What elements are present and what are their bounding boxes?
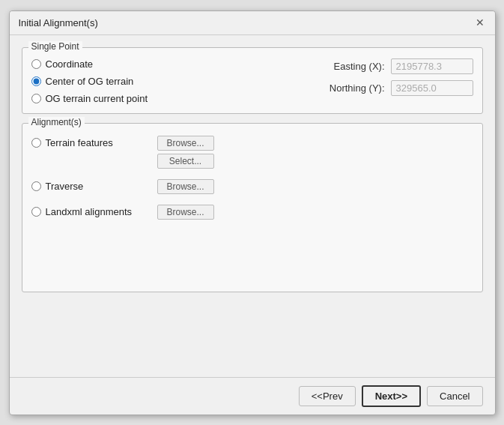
dialog-title: Initial Alignment(s) bbox=[19, 17, 98, 28]
og-current-label: OG terrain current point bbox=[46, 93, 148, 104]
center-og-radio[interactable] bbox=[31, 76, 41, 86]
easting-value: 2195778.3 bbox=[391, 58, 473, 74]
close-button[interactable]: ✕ bbox=[474, 17, 486, 28]
terrain-radio[interactable] bbox=[31, 138, 41, 148]
center-og-label: Center of OG terrain bbox=[46, 76, 134, 87]
coordinate-option[interactable]: Coordinate bbox=[31, 58, 148, 70]
landxml-option[interactable]: Landxml alignments bbox=[31, 206, 151, 217]
terrain-buttons: Browse... Select... bbox=[157, 136, 214, 169]
coordinate-label: Coordinate bbox=[46, 58, 94, 70]
easting-label: Easting (X): bbox=[310, 61, 385, 72]
alignments-content: Terrain features Browse... Select... Tra… bbox=[31, 136, 473, 220]
dialog-body: Single Point Coordinate Center of OG ter… bbox=[10, 35, 495, 377]
northing-label: Northing (Y): bbox=[310, 82, 385, 94]
single-point-label: Single Point bbox=[28, 41, 82, 52]
terrain-row: Terrain features Browse... Select... bbox=[31, 136, 473, 169]
cancel-button[interactable]: Cancel bbox=[427, 386, 482, 406]
dialog-footer: <<Prev Next>> Cancel bbox=[10, 377, 495, 415]
coords-area: Easting (X): 2195778.3 Northing (Y): 329… bbox=[310, 58, 473, 104]
terrain-select-button[interactable]: Select... bbox=[157, 154, 214, 169]
single-point-content: Coordinate Center of OG terrain OG terra… bbox=[31, 54, 473, 104]
title-bar: Initial Alignment(s) ✕ bbox=[10, 11, 495, 35]
easting-row: Easting (X): 2195778.3 bbox=[310, 58, 473, 74]
traverse-row: Traverse Browse... bbox=[31, 179, 473, 194]
traverse-buttons: Browse... bbox=[157, 179, 214, 194]
landxml-label: Landxml alignments bbox=[46, 206, 133, 217]
alignments-group: Alignment(s) Terrain features Browse... … bbox=[22, 123, 483, 293]
prev-button[interactable]: <<Prev bbox=[299, 386, 356, 406]
landxml-radio[interactable] bbox=[31, 207, 41, 217]
single-point-group: Single Point Coordinate Center of OG ter… bbox=[22, 47, 483, 114]
northing-value: 329565.0 bbox=[391, 80, 473, 96]
landxml-row: Landxml alignments Browse... bbox=[31, 205, 473, 220]
traverse-label: Traverse bbox=[46, 181, 84, 192]
terrain-option[interactable]: Terrain features bbox=[31, 137, 151, 148]
next-button[interactable]: Next>> bbox=[362, 385, 421, 407]
og-current-option[interactable]: OG terrain current point bbox=[31, 93, 148, 104]
landxml-buttons: Browse... bbox=[157, 205, 214, 220]
single-point-radio-group: Coordinate Center of OG terrain OG terra… bbox=[31, 58, 148, 104]
traverse-option[interactable]: Traverse bbox=[31, 181, 151, 192]
coordinate-radio[interactable] bbox=[31, 59, 41, 69]
landxml-browse-button[interactable]: Browse... bbox=[157, 205, 214, 220]
northing-row: Northing (Y): 329565.0 bbox=[310, 80, 473, 96]
traverse-browse-button[interactable]: Browse... bbox=[157, 179, 214, 194]
og-current-radio[interactable] bbox=[31, 94, 41, 103]
terrain-label: Terrain features bbox=[46, 137, 113, 148]
terrain-browse-button[interactable]: Browse... bbox=[157, 136, 214, 151]
dialog: Initial Alignment(s) ✕ Single Point Coor… bbox=[9, 10, 496, 415]
center-og-option[interactable]: Center of OG terrain bbox=[31, 76, 148, 87]
alignments-label: Alignment(s) bbox=[28, 117, 85, 127]
traverse-radio[interactable] bbox=[31, 181, 41, 191]
